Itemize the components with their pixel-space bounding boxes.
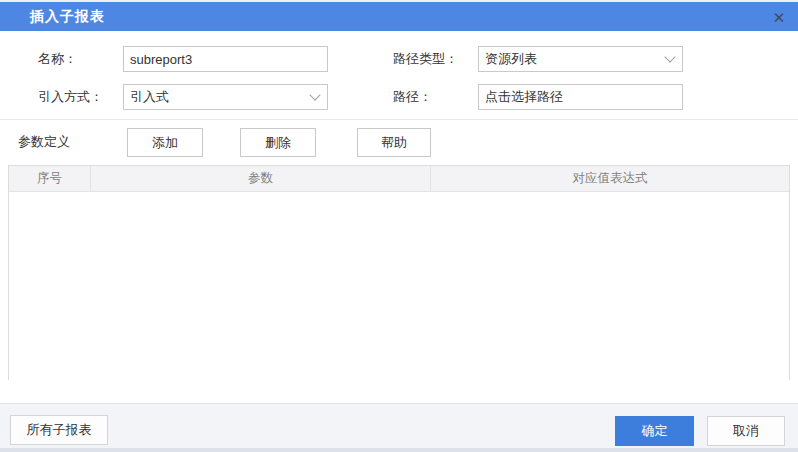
window-bottom-edge bbox=[0, 448, 798, 452]
column-header-seq: 序号 bbox=[9, 166, 91, 191]
import-mode-label: 引入方式： bbox=[38, 84, 103, 110]
import-mode-selected-value: 引入式 bbox=[130, 85, 169, 109]
section-divider bbox=[0, 119, 798, 120]
column-header-param: 参数 bbox=[91, 166, 431, 191]
close-icon[interactable]: ✕ bbox=[768, 6, 790, 28]
name-input[interactable] bbox=[123, 46, 328, 72]
import-mode-select[interactable]: 引入式 bbox=[123, 84, 328, 110]
table-header-row: 序号 参数 对应值表达式 bbox=[9, 166, 789, 192]
parameter-table: 序号 参数 对应值表达式 bbox=[8, 165, 790, 380]
path-type-select[interactable]: 资源列表 bbox=[478, 46, 683, 72]
name-label: 名称： bbox=[38, 46, 77, 72]
chevron-down-icon bbox=[309, 89, 320, 100]
path-input[interactable] bbox=[478, 84, 683, 110]
path-type-selected-value: 资源列表 bbox=[485, 47, 537, 71]
all-subreports-button[interactable]: 所有子报表 bbox=[10, 415, 108, 445]
chevron-down-icon bbox=[664, 51, 675, 62]
dialog-title: 插入子报表 bbox=[30, 8, 105, 26]
delete-button[interactable]: 删除 bbox=[240, 128, 316, 157]
help-button[interactable]: 帮助 bbox=[357, 128, 431, 157]
add-button[interactable]: 添加 bbox=[127, 128, 203, 157]
path-label: 路径： bbox=[393, 84, 432, 110]
table-body-empty[interactable] bbox=[9, 192, 789, 380]
ok-button[interactable]: 确定 bbox=[615, 416, 694, 446]
cancel-button[interactable]: 取消 bbox=[707, 416, 785, 446]
path-type-label: 路径类型： bbox=[393, 46, 458, 72]
insert-subreport-dialog: 插入子报表 ✕ 名称： 路径类型： 资源列表 引入方式： 引入式 路径： 参数定… bbox=[0, 0, 798, 452]
dialog-title-bar: 插入子报表 ✕ bbox=[0, 2, 798, 31]
dialog-footer: 所有子报表 确定 取消 bbox=[0, 403, 798, 448]
param-definition-label: 参数定义 bbox=[18, 128, 70, 156]
column-header-expression: 对应值表达式 bbox=[431, 166, 789, 191]
